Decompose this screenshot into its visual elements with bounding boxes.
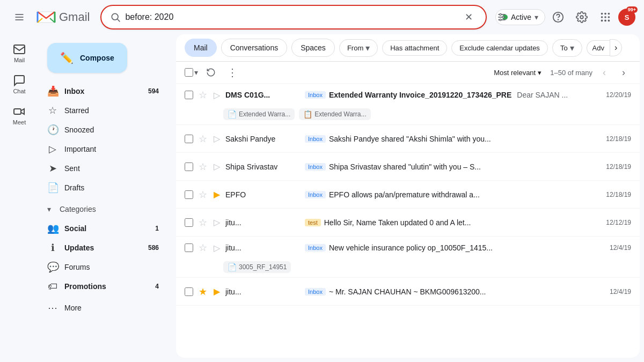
previous-page-button[interactable]: ‹ bbox=[597, 65, 612, 80]
sidebar-item-promotions[interactable]: 🏷 Promotions 4 bbox=[39, 277, 167, 296]
categories-header[interactable]: ▾ Categories bbox=[39, 200, 167, 219]
chat-icon bbox=[13, 74, 26, 87]
sidebar-item-social[interactable]: 👥 Social 1 bbox=[39, 219, 167, 238]
more-label: More bbox=[64, 304, 159, 312]
important-button[interactable]: ▷ bbox=[213, 89, 221, 101]
star-button[interactable]: ☆ bbox=[197, 241, 208, 255]
doc-icon: 📋 bbox=[303, 110, 312, 119]
svg-point-8 bbox=[500, 13, 501, 15]
attachment-name-1: Extended Warra... bbox=[239, 110, 290, 118]
attachment-name-2: Extended Warra... bbox=[314, 110, 366, 118]
tab-mail[interactable]: Mail bbox=[185, 39, 217, 57]
star-button[interactable]: ☆ bbox=[197, 188, 208, 202]
email-checkbox[interactable] bbox=[185, 190, 193, 199]
snoozed-label: Snoozed bbox=[64, 125, 159, 134]
list-more-button[interactable]: ⋮ bbox=[224, 64, 241, 81]
important-button[interactable]: ▷ bbox=[213, 242, 221, 254]
table-row[interactable]: ☆ ▷ Sakshi Pandye Inbox Sakshi Pandye sh… bbox=[176, 125, 640, 153]
search-input[interactable] bbox=[125, 12, 456, 22]
svg-point-22 bbox=[608, 20, 610, 22]
star-button[interactable]: ★ bbox=[197, 285, 208, 299]
search-bar-wrapper: ✕ bbox=[100, 5, 487, 29]
search-clear-button[interactable]: ✕ bbox=[460, 9, 477, 26]
promotions-label: Promotions bbox=[64, 282, 149, 291]
sidebar-item-starred[interactable]: ☆ Starred bbox=[39, 101, 167, 120]
sidebar-item-inbox[interactable]: 📥 Inbox 594 bbox=[39, 82, 167, 101]
sidebar-item-snoozed[interactable]: 🕐 Snoozed bbox=[39, 120, 167, 139]
header-right: Active ▾ S 99+ bbox=[495, 6, 635, 28]
settings-button[interactable] bbox=[571, 6, 592, 28]
email-sender: DMS C01G... bbox=[225, 91, 301, 99]
email-label-badge: test bbox=[305, 219, 321, 226]
exclude-calendar-chip-label: Exclude calendar updates bbox=[459, 44, 540, 52]
email-subject: Shipa Srivastav shared "ulutin" with you… bbox=[329, 162, 481, 171]
compose-label: Compose bbox=[80, 54, 114, 62]
inbox-label: Inbox bbox=[64, 87, 142, 95]
filter-to-chip[interactable]: To ▾ bbox=[552, 39, 582, 57]
select-all-checkbox[interactable] bbox=[185, 68, 193, 77]
email-checkbox[interactable] bbox=[185, 91, 193, 99]
updates-badge: 586 bbox=[148, 244, 159, 252]
compose-button[interactable]: ✏️ Compose bbox=[47, 43, 127, 73]
svg-point-18 bbox=[604, 16, 606, 18]
refresh-button[interactable] bbox=[202, 64, 219, 81]
tab-conversations[interactable]: Conversations bbox=[221, 39, 288, 57]
filter-from-chip[interactable]: From ▾ bbox=[339, 39, 378, 57]
sidebar: ✏️ Compose 📥 Inbox 594 ☆ Starred 🕐 Snooz… bbox=[39, 34, 176, 362]
select-dropdown-icon[interactable]: ▾ bbox=[194, 68, 198, 77]
email-checkbox[interactable] bbox=[185, 243, 193, 252]
star-button[interactable]: ☆ bbox=[197, 216, 208, 230]
star-button[interactable]: ☆ bbox=[197, 132, 208, 146]
filter-has-attachment-chip[interactable]: Has attachment bbox=[382, 40, 447, 56]
table-row[interactable]: ☆ ▷ Shipa Srivastav Inbox Shipa Srivasta… bbox=[176, 153, 640, 181]
sidebar-item-updates[interactable]: ℹ Updates 586 bbox=[39, 238, 167, 257]
email-checkbox[interactable] bbox=[185, 218, 193, 227]
important-button[interactable]: ▷ bbox=[213, 132, 221, 145]
apps-button[interactable] bbox=[595, 6, 616, 28]
table-row[interactable]: ★ ▶ jitu... Inbox ~ Mr. SAJAN CHAUHAN ~ … bbox=[176, 278, 640, 306]
filter-exclude-calendar-chip[interactable]: Exclude calendar updates bbox=[451, 40, 548, 56]
sidebar-item-important[interactable]: ▷ Important bbox=[39, 139, 167, 159]
sort-button[interactable]: Most relevant ▾ bbox=[489, 67, 546, 79]
attachment-thumb-2[interactable]: 📋 Extended Warra... bbox=[299, 108, 370, 120]
table-row[interactable]: ☆ ▶ EPFO Inbox EPFO allows pa/an/prematu… bbox=[176, 181, 640, 209]
next-page-button[interactable]: › bbox=[616, 65, 631, 80]
email-attachments-row: 📄 Extended Warra... 📋 Extended Warra... bbox=[185, 108, 371, 120]
social-label: Social bbox=[64, 224, 149, 233]
sort-chevron-icon: ▾ bbox=[538, 69, 541, 77]
attachment-thumb-1[interactable]: 📄 3005_RF_14951 bbox=[223, 261, 291, 273]
sidebar-item-sent[interactable]: ➤ Sent bbox=[39, 159, 167, 178]
table-row[interactable]: ☆ ▷ DMS C01G... Inbox Extended Warranty … bbox=[176, 84, 640, 125]
hamburger-menu-button[interactable] bbox=[9, 6, 30, 28]
table-row[interactable]: ☆ ▷ jitu... test Hello Sir, Name Taken u… bbox=[176, 209, 640, 237]
user-avatar[interactable]: S 99+ bbox=[618, 9, 635, 26]
important-button[interactable]: ▷ bbox=[213, 160, 221, 173]
svg-point-12 bbox=[558, 19, 559, 20]
advanced-label-button[interactable]: Adv bbox=[587, 40, 610, 56]
avatar-notification-badge: 99+ bbox=[626, 6, 638, 13]
important-button[interactable]: ▶ bbox=[213, 188, 221, 201]
sidebar-item-forums[interactable]: 💬 Forums bbox=[39, 257, 167, 277]
tab-spaces[interactable]: Spaces bbox=[291, 39, 335, 57]
sidebar-item-more[interactable]: ⋯ More bbox=[39, 298, 167, 317]
email-checkbox[interactable] bbox=[185, 162, 193, 171]
sent-label: Sent bbox=[64, 164, 159, 173]
advanced-arrow-button[interactable]: › bbox=[610, 39, 622, 56]
sidebar-item-drafts[interactable]: 📄 Drafts bbox=[39, 178, 167, 197]
help-button[interactable] bbox=[547, 6, 569, 28]
sidebar-mail-icon[interactable]: Mail bbox=[3, 39, 35, 68]
star-button[interactable]: ☆ bbox=[197, 160, 208, 174]
social-icon: 👥 bbox=[47, 223, 58, 234]
email-checkbox[interactable] bbox=[185, 135, 193, 143]
table-row[interactable]: ☆ ▷ jitu... Inbox New vehicle insurance … bbox=[176, 237, 640, 278]
email-snippet: Dear SAJAN ... bbox=[517, 91, 568, 99]
email-checkbox[interactable] bbox=[185, 287, 193, 296]
important-button[interactable]: ▶ bbox=[213, 285, 221, 298]
sidebar-meet-icon[interactable]: Meet bbox=[3, 101, 35, 130]
sidebar-chat-icon[interactable]: Chat bbox=[3, 70, 35, 99]
star-button[interactable]: ☆ bbox=[197, 88, 208, 102]
email-subject: ~ Mr. SAJAN CHAUHAN ~ BKMG009613200... bbox=[329, 287, 486, 296]
attachment-thumb-1[interactable]: 📄 Extended Warra... bbox=[223, 108, 295, 120]
gmail-logo: Gmail bbox=[36, 10, 90, 25]
important-button[interactable]: ▷ bbox=[213, 216, 221, 228]
